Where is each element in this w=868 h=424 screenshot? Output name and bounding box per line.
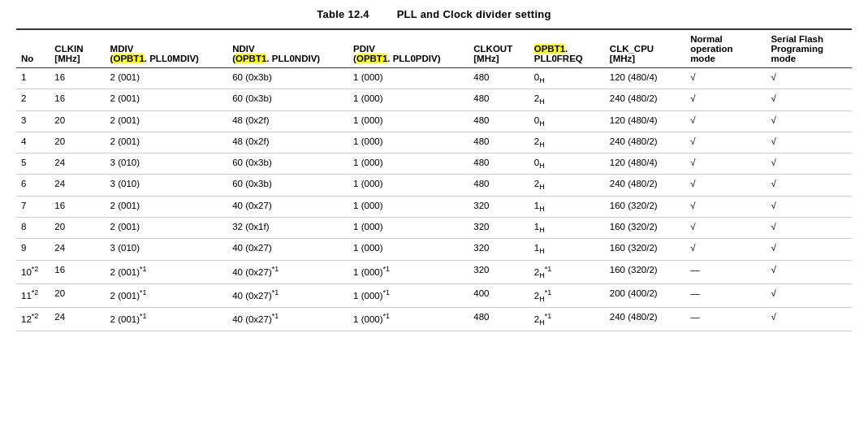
cell-clk-cpu: 160 (320/2): [605, 260, 685, 283]
cell-mdiv: 2 (001)*1: [106, 260, 228, 283]
cell-serial-mode: √: [766, 218, 852, 239]
cell-mdiv: 3 (010): [106, 175, 228, 196]
cell-opbt1-freq: 2H*1: [529, 260, 605, 283]
cell-clkin: 20: [50, 283, 105, 307]
cell-ndiv: 40 (0x27): [227, 239, 348, 260]
cell-opbt1-freq: 1H: [529, 218, 605, 239]
cell-ndiv: 40 (0x27)*1: [227, 260, 348, 283]
table-row: 1162 (001)60 (0x3b)1 (000)4800H120 (480/…: [16, 68, 852, 89]
col-header-opbt1: OPBT1.PLL0FREQ: [529, 29, 605, 68]
cell-ndiv: 32 (0x1f): [227, 218, 348, 239]
cell-pdiv: 1 (000): [348, 132, 469, 153]
col-header-normal: Normaloperationmode: [685, 29, 766, 68]
cell-no: 9: [16, 239, 50, 260]
table-row: 6243 (010)60 (0x3b)1 (000)4802H240 (480/…: [16, 175, 852, 196]
table-row: 4202 (001)48 (0x2f)1 (000)4802H240 (480/…: [16, 132, 852, 153]
cell-clk-cpu: 240 (480/2): [605, 89, 685, 110]
cell-ndiv: 40 (0x27)*1: [227, 307, 348, 331]
cell-clkin: 24: [50, 307, 105, 331]
table-row: 7162 (001)40 (0x27)1 (000)3201H160 (320/…: [16, 196, 852, 217]
cell-mdiv: 2 (001): [106, 110, 228, 132]
table-row: 11*2202 (001)*140 (0x27)*11 (000)*14002H…: [16, 283, 852, 307]
table-row: 3202 (001)48 (0x2f)1 (000)4800H120 (480/…: [16, 110, 852, 132]
cell-no: 3: [16, 110, 50, 132]
cell-mdiv: 2 (001): [106, 218, 228, 239]
col-header-ndiv: NDIV(OPBT1. PLL0NDIV): [227, 29, 348, 68]
cell-pdiv: 1 (000)*1: [348, 283, 469, 307]
cell-mdiv: 2 (001)*1: [106, 307, 228, 331]
cell-mdiv: 2 (001): [106, 196, 228, 217]
cell-mdiv: 2 (001): [106, 132, 228, 153]
cell-no: 1: [16, 68, 50, 89]
cell-normal-mode: —: [685, 260, 766, 283]
col-header-mdiv: MDIV(OPBT1. PLL0MDIV): [106, 29, 228, 68]
cell-normal-mode: √: [685, 110, 766, 132]
cell-pdiv: 1 (000): [348, 196, 469, 217]
cell-serial-mode: √: [766, 68, 852, 89]
cell-no: 8: [16, 218, 50, 239]
cell-pdiv: 1 (000): [348, 218, 469, 239]
cell-opbt1-freq: 2H: [529, 175, 605, 196]
cell-clk-cpu: 120 (480/4): [605, 110, 685, 132]
cell-clkin: 20: [50, 218, 105, 239]
cell-clkout: 480: [469, 175, 529, 196]
col-header-clkin: CLKIN[MHz]: [50, 29, 105, 68]
cell-opbt1-freq: 1H: [529, 196, 605, 217]
col-header-clkout: CLKOUT[MHz]: [469, 29, 529, 68]
table-header-row: No CLKIN[MHz] MDIV(OPBT1. PLL0MDIV) NDIV…: [16, 29, 852, 68]
cell-clkout: 480: [469, 89, 529, 110]
cell-clkout: 320: [469, 196, 529, 217]
cell-ndiv: 48 (0x2f): [227, 110, 348, 132]
cell-clk-cpu: 120 (480/4): [605, 68, 685, 89]
cell-clk-cpu: 240 (480/2): [605, 132, 685, 153]
col-header-no: No: [16, 29, 50, 68]
cell-serial-mode: √: [766, 239, 852, 260]
cell-pdiv: 1 (000): [348, 89, 469, 110]
cell-pdiv: 1 (000)*1: [348, 307, 469, 331]
table-row: 9243 (010)40 (0x27)1 (000)3201H160 (320/…: [16, 239, 852, 260]
cell-clkin: 16: [50, 196, 105, 217]
cell-ndiv: 60 (0x3b): [227, 89, 348, 110]
cell-clkin: 20: [50, 110, 105, 132]
table-row: 8202 (001)32 (0x1f)1 (000)3201H160 (320/…: [16, 218, 852, 239]
cell-clkout: 480: [469, 132, 529, 153]
cell-pdiv: 1 (000): [348, 154, 469, 175]
cell-clkout: 320: [469, 260, 529, 283]
table-row: 12*2242 (001)*140 (0x27)*11 (000)*14802H…: [16, 307, 852, 331]
cell-opbt1-freq: 2H: [529, 89, 605, 110]
cell-normal-mode: √: [685, 132, 766, 153]
table-number: Table 12.4: [317, 8, 369, 20]
cell-mdiv: 3 (010): [106, 239, 228, 260]
cell-normal-mode: √: [685, 175, 766, 196]
cell-serial-mode: √: [766, 110, 852, 132]
cell-opbt1-freq: 0H: [529, 68, 605, 89]
cell-pdiv: 1 (000): [348, 110, 469, 132]
col-header-clk-cpu: CLK_CPU[MHz]: [605, 29, 685, 68]
cell-pdiv: 1 (000): [348, 68, 469, 89]
cell-clk-cpu: 240 (480/2): [605, 307, 685, 331]
cell-serial-mode: √: [766, 132, 852, 153]
table-body: 1162 (001)60 (0x3b)1 (000)4800H120 (480/…: [16, 68, 852, 331]
cell-opbt1-freq: 0H: [529, 154, 605, 175]
col-header-serial: Serial FlashProgramingmode: [766, 29, 852, 68]
table-title-area: Table 12.4 PLL and Clock divider setting: [16, 8, 852, 20]
cell-clkout: 480: [469, 110, 529, 132]
cell-clkin: 16: [50, 260, 105, 283]
cell-pdiv: 1 (000): [348, 175, 469, 196]
cell-opbt1-freq: 0H: [529, 110, 605, 132]
cell-serial-mode: √: [766, 196, 852, 217]
cell-clkout: 480: [469, 154, 529, 175]
cell-normal-mode: —: [685, 307, 766, 331]
cell-opbt1-freq: 1H: [529, 239, 605, 260]
cell-clk-cpu: 160 (320/2): [605, 239, 685, 260]
cell-serial-mode: √: [766, 307, 852, 331]
cell-no: 6: [16, 175, 50, 196]
cell-no: 4: [16, 132, 50, 153]
table-row: 5243 (010)60 (0x3b)1 (000)4800H120 (480/…: [16, 154, 852, 175]
cell-clkout: 480: [469, 307, 529, 331]
cell-mdiv: 2 (001): [106, 68, 228, 89]
cell-clkin: 24: [50, 154, 105, 175]
cell-normal-mode: —: [685, 283, 766, 307]
cell-normal-mode: √: [685, 196, 766, 217]
table-row: 2162 (001)60 (0x3b)1 (000)4802H240 (480/…: [16, 89, 852, 110]
